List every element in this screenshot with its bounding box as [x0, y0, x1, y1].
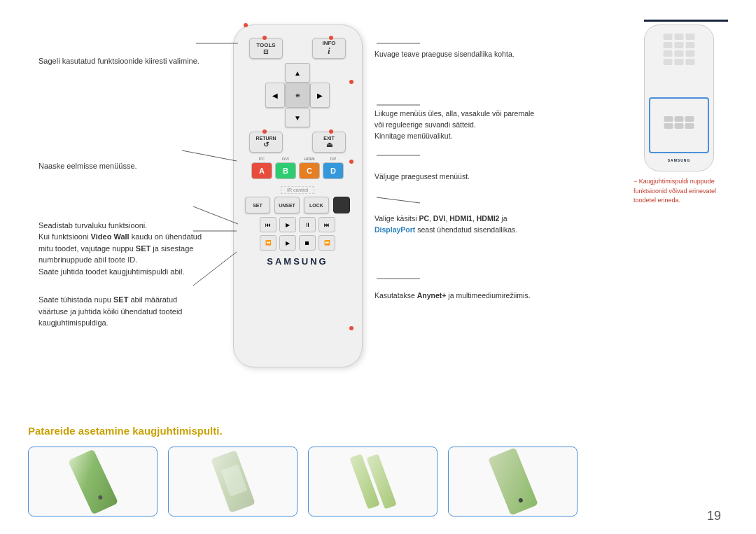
arrow-dot [349, 80, 354, 84]
source-pc-button[interactable]: A [251, 162, 272, 179]
up-button[interactable]: ▲ [285, 63, 310, 83]
battery-step-1 [28, 447, 158, 517]
return-dot [262, 129, 267, 134]
annotation-source: Valige käsitsi PC, DVI, HDMI1, HDMI2 ja … [374, 213, 517, 236]
annotation-exit: Väljuge praegusest menüüst. [374, 171, 470, 183]
skip-fwd-button[interactable]: ⏩ [318, 235, 335, 251]
pause-button[interactable]: ⏸ [299, 217, 316, 232]
forward-button[interactable]: ⏭ [318, 217, 335, 232]
set-dot [244, 23, 248, 27]
info-button[interactable]: INFO i [312, 38, 346, 59]
battery-illus-4 [488, 447, 538, 515]
tools-label: TOOLS [256, 42, 275, 48]
tools-icon: ⊡ [263, 48, 269, 55]
source-labels: PC DVI HDMI DP [244, 157, 351, 161]
left-button[interactable]: ◀ [265, 83, 285, 108]
media-dot [349, 326, 354, 330]
return-icon: ↺ [263, 141, 269, 148]
tools-dot [262, 36, 267, 40]
mini-remote-buttons-grid [664, 34, 695, 65]
source-hdmi-button[interactable]: C [299, 162, 320, 179]
source-dot [349, 160, 354, 164]
battery-step-3 [308, 447, 438, 517]
media-row-2: ⏪ ▶ ⏹ ⏩ [244, 235, 351, 251]
pc-label: PC [251, 157, 272, 161]
skip-back-button[interactable]: ⏪ [260, 235, 276, 251]
mini-remote-lower-buttons [664, 116, 694, 129]
annotation-anynet: Kasutatakse Anynet+ ja multimeediumireži… [374, 290, 531, 302]
top-decorative-line [644, 20, 728, 22]
black-button[interactable] [333, 197, 350, 213]
media-row-1: ⏮ ▶ ⏸ ⏭ [244, 217, 351, 232]
page-number: 19 [707, 509, 721, 524]
left-annotations-area: Sageli kasutatud funktsioonide kiiresti … [28, 24, 227, 367]
mini-remote-section: SAMSUNG − Kaugjuhtimispuldi nuppude funk… [630, 24, 728, 367]
info-icon: i [328, 46, 330, 57]
battery-step-4 [448, 447, 578, 517]
arrow-cross: ▲ ◀ ⊕ ▶ ▼ [244, 63, 351, 127]
exit-dot [329, 129, 333, 134]
annotation-unset: Saate tühistada nupu SET abil määratud v… [38, 294, 182, 329]
battery-illus-2 [211, 450, 255, 513]
tools-button[interactable]: TOOLS ⊡ [249, 38, 283, 59]
exit-label: EXIT [323, 136, 335, 141]
annotation-tools: Sageli kasutatud funktsioonide kiiresti … [38, 56, 200, 66]
down-button[interactable]: ▼ [285, 108, 310, 127]
annotation-info: Kuvage teave praeguse sisendallika kohta… [374, 49, 514, 60]
ir-label: IR control [244, 182, 351, 195]
annotation-arrows: Liikuge menüüs üles, alla, vasakule või … [374, 108, 534, 141]
right-button[interactable]: ▶ [310, 83, 330, 108]
stop-button[interactable]: ⏹ [299, 235, 316, 251]
info-dot [329, 36, 333, 40]
set-button[interactable]: SET [245, 197, 270, 213]
page-container: Sageli kasutatud funktsioonide kiiresti … [0, 0, 756, 534]
confirm-button[interactable]: ⊕ [285, 83, 310, 108]
dvi-label: DVI [275, 157, 296, 161]
source-buttons-row: A B C D [244, 162, 351, 179]
battery-images [28, 447, 728, 517]
source-dp-button[interactable]: D [323, 162, 344, 179]
mini-remote-note: − Kaugjuhtimispuldi nuppude funktsioonid… [630, 177, 728, 206]
annotation-return: Naaske eelmisse menüüsse. [38, 161, 137, 171]
battery-step-2 [168, 447, 298, 517]
section-title: Patareide asetamine kaugjuhtimispulti. [28, 425, 728, 437]
bottom-section: Patareide asetamine kaugjuhtimispulti. [28, 425, 728, 517]
return-label: RETURN [255, 136, 276, 141]
set-unset-row: SET UNSET LOCK [244, 197, 351, 213]
right-annotations-area: Kuvage teave praeguse sisendallika kohta… [368, 24, 630, 367]
hdmi-label: HDMI [299, 157, 320, 161]
exit-icon: ⏏ [326, 141, 332, 148]
annotation-lock: Seadistab turvaluku funktsiooni. [38, 220, 147, 231]
play2-button[interactable]: ▶ [279, 235, 296, 251]
mini-samsung-logo: SAMSUNG [645, 158, 713, 162]
play-button[interactable]: ▶ [279, 217, 296, 232]
samsung-logo: SAMSUNG [244, 256, 351, 267]
rewind-button[interactable]: ⏮ [260, 217, 276, 232]
dp-label: DP [323, 157, 344, 161]
remote-control: TOOLS ⊡ INFO i ▲ [233, 24, 363, 367]
unset-button[interactable]: UNSET [274, 197, 300, 213]
source-dvi-button[interactable]: B [275, 162, 296, 179]
annotation-set: Kui funktsiooni Video Wall kaudu on ühen… [38, 231, 202, 277]
return-button[interactable]: RETURN ↺ [249, 132, 283, 153]
mini-remote-body: SAMSUNG [644, 24, 714, 171]
battery-illus-3 [358, 454, 388, 509]
exit-button[interactable]: EXIT ⏏ [312, 132, 346, 153]
info-label: INFO [322, 40, 335, 46]
lock-button[interactable]: LOCK [304, 197, 329, 213]
remote-control-wrapper: TOOLS ⊡ INFO i ▲ [227, 24, 368, 367]
battery-illus-1 [67, 449, 118, 514]
